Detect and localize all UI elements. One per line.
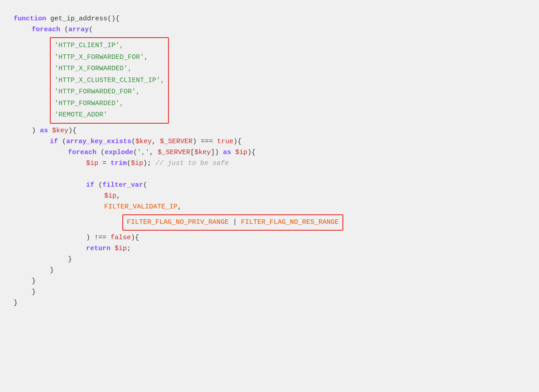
var-key-2: $key: [135, 136, 152, 147]
array-items-box: 'HTTP_CLIENT_IP', 'HTTP_X_FORWARDED_FOR'…: [50, 37, 169, 124]
code-line-1: function get_ip_address(){: [14, 14, 525, 24]
keyword-foreach: foreach: [32, 24, 64, 35]
var-key-3: $key: [194, 147, 211, 158]
var-ip-1: $ip: [235, 147, 247, 158]
array-item-3: 'HTTP_X_FORWARDED',: [54, 63, 164, 75]
keyword-if-1: if: [50, 136, 62, 147]
code-line-13: }: [14, 265, 525, 276]
keyword-as: as: [40, 126, 52, 136]
array-item-5: 'HTTP_FORWARDED_FOR',: [54, 86, 164, 98]
filter-flag-red-box: FILTER_FLAG_NO_PRIV_RANGE | FILTER_FLAG_…: [122, 213, 525, 232]
builtin-trim: trim: [111, 158, 127, 169]
code-line-2: foreach (array(: [14, 24, 525, 35]
code-line-10: ) !== false){: [14, 232, 525, 243]
array-item-1: 'HTTP_CLIENT_IP',: [54, 40, 164, 52]
var-ip-4: $ip: [104, 191, 116, 202]
var-server-2: $_SERVER: [158, 147, 190, 158]
code-line-14: }: [14, 276, 525, 287]
keyword-as-2: as: [223, 147, 235, 158]
code-line-5: foreach (explode(',', $_SERVER[$key]) as…: [14, 147, 525, 158]
string-comma: ',': [137, 147, 149, 158]
array-red-box: 'HTTP_CLIENT_IP', 'HTTP_X_FORWARDED_FOR'…: [50, 36, 525, 125]
var-server-1: $_SERVER: [160, 136, 192, 147]
code-line-11: return $ip;: [14, 243, 525, 254]
code-block: function get_ip_address(){ foreach (arra…: [14, 9, 525, 313]
const-filter-validate-ip: FILTER_VALIDATE_IP: [104, 202, 178, 213]
code-line-15: }: [14, 287, 525, 298]
var-ip-5: $ip: [115, 243, 127, 254]
keyword-return: return: [86, 243, 115, 254]
array-item-4: 'HTTP_X_CLUSTER_CLIENT_IP',: [54, 75, 164, 87]
function-name: get_ip_address: [50, 14, 107, 24]
code-line-9: FILTER_VALIDATE_IP,: [14, 202, 525, 213]
array-item-7: 'REMOTE_ADDR': [54, 109, 164, 121]
builtin-filter-var: filter_var: [102, 180, 143, 191]
var-ip-2: $ip: [86, 158, 98, 169]
bool-true: true: [217, 136, 233, 147]
code-line-6: $ip = trim($ip); // just to be safe: [14, 158, 525, 169]
code-line-8: $ip,: [14, 191, 525, 202]
const-filter-flag-no-priv: FILTER_FLAG_NO_PRIV_RANGE: [127, 218, 229, 226]
code-line-12: }: [14, 254, 525, 265]
keyword-if-2: if: [86, 180, 98, 191]
keyword-foreach-2: foreach: [68, 147, 101, 158]
bool-false: false: [111, 232, 131, 243]
array-item-2: 'HTTP_X_FORWARDED_FOR',: [54, 52, 164, 63]
comment-safe: // just to be safe: [155, 158, 229, 169]
code-line-3: ) as $key){: [14, 126, 525, 136]
var-key: $key: [52, 126, 68, 136]
code-line-4: if (array_key_exists($key, $_SERVER) ===…: [14, 136, 525, 147]
code-line-7: if (filter_var(: [14, 180, 525, 191]
builtin-array: array: [68, 24, 89, 35]
array-item-6: 'HTTP_FORWARDED',: [54, 98, 164, 110]
array-content: 'HTTP_CLIENT_IP', 'HTTP_X_FORWARDED_FOR'…: [54, 40, 164, 121]
filter-flag-box-content: FILTER_FLAG_NO_PRIV_RANGE | FILTER_FLAG_…: [122, 214, 343, 231]
builtin-array-key-exists: array_key_exists: [66, 136, 131, 147]
builtin-explode: explode: [105, 147, 133, 158]
code-line-16: }: [14, 298, 525, 309]
keyword-function: function: [14, 14, 50, 24]
const-filter-flag-no-res: FILTER_FLAG_NO_RES_RANGE: [241, 218, 339, 226]
var-ip-3: $ip: [131, 158, 143, 169]
code-line-empty: [14, 169, 525, 180]
